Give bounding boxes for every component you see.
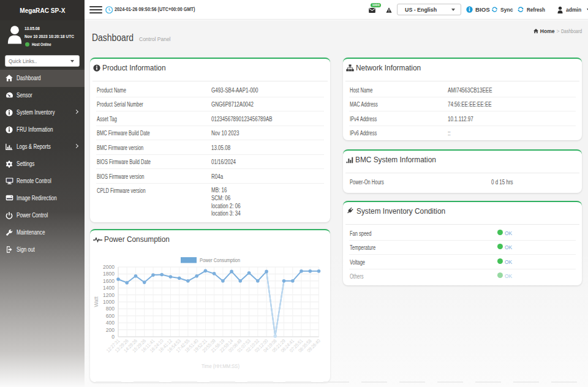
svg-text:Time (HH:MM:SS): Time (HH:MM:SS) (202, 363, 239, 369)
svg-text:1800: 1800 (103, 271, 115, 277)
svg-text:600: 600 (106, 313, 115, 319)
svg-text:200: 200 (106, 327, 115, 333)
svg-text:Power Consumption: Power Consumption (200, 257, 240, 263)
svg-text:1200: 1200 (103, 292, 115, 298)
svg-text:1600: 1600 (103, 278, 115, 284)
svg-text:400: 400 (106, 320, 115, 326)
svg-text:1000: 1000 (103, 299, 115, 305)
svg-text:800: 800 (106, 306, 115, 312)
svg-text:0: 0 (111, 334, 115, 340)
svg-text:1400: 1400 (103, 285, 115, 291)
svg-text:2000: 2000 (103, 264, 115, 270)
svg-text:Watt: Watt (93, 296, 99, 307)
